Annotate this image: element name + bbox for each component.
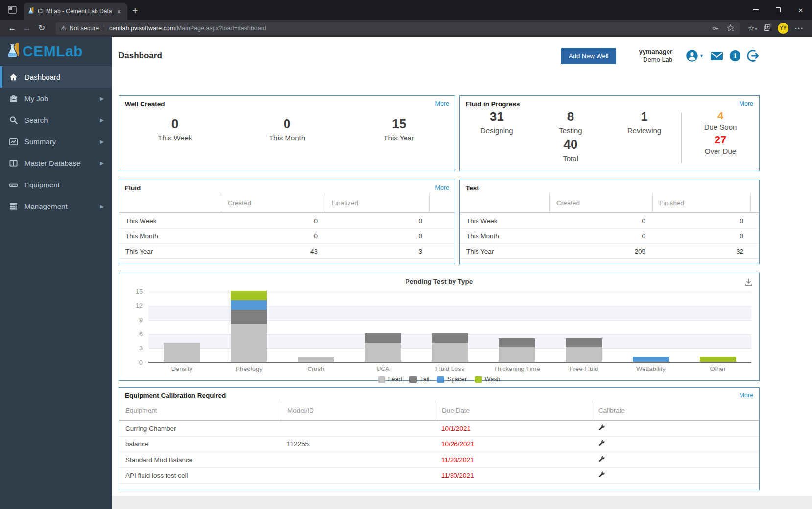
bar-segment-tail	[499, 338, 535, 347]
x-axis-label: Density	[148, 365, 215, 372]
well-created-card: Well Created More 0 This Week 0 This Mon…	[119, 95, 455, 171]
browser-profile-avatar[interactable]: YY	[778, 23, 788, 34]
column-header: Calibrate	[592, 400, 759, 420]
tab-favicon-icon	[27, 7, 35, 16]
fluid-more-link[interactable]: More	[435, 185, 449, 191]
window-close-button[interactable]: ×	[789, 0, 812, 20]
legend-swatch	[437, 376, 444, 383]
card-title: Well Created	[125, 100, 165, 108]
chart-download-icon[interactable]	[744, 278, 753, 289]
bar-segment-wash	[231, 291, 267, 300]
new-tab-button[interactable]: +	[132, 5, 138, 17]
sidebar-item-dashboard[interactable]: Dashboard	[0, 66, 112, 88]
chart-xlabels: DensityRheologyCrushUCAFluid LossThicken…	[127, 365, 751, 372]
mail-icon[interactable]	[710, 51, 723, 61]
calibrate-wrench-icon[interactable]	[592, 424, 759, 433]
equipment-more-link[interactable]: More	[740, 392, 753, 399]
table-row: balance 112255 10/26/2021	[119, 437, 759, 452]
columns-icon	[8, 158, 18, 168]
user-block: yymanager Demo Lab	[639, 48, 672, 64]
sidebar-item-management[interactable]: Management ▶	[0, 195, 112, 217]
collections-icon[interactable]	[759, 23, 775, 33]
page-title: Dashboard	[119, 51, 162, 61]
back-button[interactable]: ←	[5, 23, 20, 33]
tab-actions-icon[interactable]	[4, 2, 21, 18]
favorites-bar-icon[interactable]: ☆	[743, 24, 759, 33]
card-title: Fluid	[125, 185, 141, 192]
bar-segment-tail	[432, 333, 468, 343]
column-header: Due Date	[435, 400, 592, 420]
legend-swatch	[409, 376, 417, 383]
chart-y-axis: 03691215	[127, 292, 148, 363]
submenu-arrow-icon: ▶	[100, 117, 104, 123]
tab-title: CEMLab - Cement Lab Data Man	[38, 8, 112, 15]
table-row: This Month 0 0	[119, 229, 455, 244]
browser-tab[interactable]: CEMLab - Cement Lab Data Man ×	[24, 3, 127, 20]
table-row: This Year 209 32	[460, 244, 759, 259]
table-row: This Month 0 0	[460, 229, 759, 244]
legend-swatch	[378, 376, 385, 383]
stat-this-week: 0 This Week	[119, 116, 231, 142]
fluid-in-progress-more-link[interactable]: More	[740, 100, 753, 107]
sidebar-item-master-database[interactable]: Master Database ▶	[0, 152, 112, 174]
legend-item-lead[interactable]: Lead	[378, 376, 402, 383]
submenu-arrow-icon: ▶	[100, 96, 104, 101]
sidebar-item-equipment[interactable]: Equipment	[0, 174, 112, 195]
chart-bar-crush	[283, 357, 350, 362]
sidebar-item-summary[interactable]: Summary ▶	[0, 131, 112, 152]
bar-segment-lead	[432, 343, 468, 362]
browser-menu-icon[interactable]: ···	[791, 24, 807, 32]
server-stack-icon	[8, 201, 18, 211]
browser-titlebar: CEMLab - Cement Lab Data Man × + ×	[0, 0, 812, 20]
window-maximize-button[interactable]	[767, 0, 789, 20]
caret-down-icon: ▼	[699, 53, 704, 58]
address-bar[interactable]: ⚠ Not secure cemlab.pvisoftware.com/Main…	[56, 22, 740, 35]
add-new-well-button[interactable]: Add New Well	[561, 48, 616, 64]
logo-text: CEMLab	[23, 43, 83, 60]
x-axis-label: Fluid Loss	[416, 365, 483, 372]
profile-dropdown-icon[interactable]: ▼	[686, 49, 704, 62]
table-row: Standard Mud Balance 11/23/2021	[119, 452, 759, 468]
address-separator	[104, 25, 104, 32]
info-icon[interactable]: i	[730, 50, 740, 61]
table-row: This Week 0 0	[119, 213, 455, 229]
password-key-icon[interactable]	[712, 24, 719, 32]
calibrate-wrench-icon[interactable]	[592, 456, 759, 464]
app-logo: CEMLab	[0, 37, 112, 66]
table-row: Curring Chamber 10/1/2021	[119, 421, 759, 437]
add-favorite-star-icon[interactable]	[726, 24, 735, 32]
bar-segment-lead	[164, 343, 200, 362]
fluid-table: Created Finalized This Week 0 0 This Mon…	[119, 193, 455, 259]
table-row: API fluid loss test cell 11/30/2021	[119, 468, 759, 484]
legend-item-wash[interactable]: Wash	[475, 376, 501, 383]
chart-legend: LeadTailSpacerWash	[127, 376, 751, 383]
legend-item-tail[interactable]: Tail	[409, 376, 429, 383]
calibrate-wrench-icon[interactable]	[592, 471, 759, 480]
bar-segment-lead	[298, 357, 334, 362]
page-bottom-strip	[112, 496, 812, 509]
refresh-button[interactable]: ↻	[34, 23, 49, 33]
chart-bar-density	[148, 343, 215, 362]
logout-icon[interactable]	[747, 49, 760, 62]
chart-bar-fluid-loss	[416, 333, 483, 362]
chart-bar-rheology	[215, 291, 283, 362]
briefcase-icon	[8, 93, 18, 103]
bar-segment-lead	[365, 343, 401, 362]
forward-button[interactable]: →	[20, 23, 34, 33]
legend-item-spacer[interactable]: Spacer	[437, 376, 467, 383]
tab-close-icon[interactable]: ×	[115, 7, 123, 16]
sidebar-item-my-job[interactable]: My Job ▶	[0, 88, 112, 109]
card-title: Equipment Calibration Required	[125, 392, 226, 399]
search-icon	[8, 115, 18, 125]
home-icon	[8, 72, 18, 82]
not-secure-warning-icon: ⚠	[61, 24, 67, 32]
x-axis-label: Other	[684, 365, 751, 372]
sidebar-item-search[interactable]: Search ▶	[0, 109, 112, 131]
window-minimize-button[interactable]	[744, 0, 767, 20]
calibrate-wrench-icon[interactable]	[592, 440, 759, 449]
well-created-more-link[interactable]: More	[435, 100, 449, 107]
legend-swatch	[475, 376, 482, 383]
bar-segment-tail	[566, 338, 602, 347]
fluid-in-progress-card: Fluid in Progress More 31 Designing 8 Te…	[459, 95, 760, 171]
table-row: This Year 43 3	[119, 244, 455, 259]
